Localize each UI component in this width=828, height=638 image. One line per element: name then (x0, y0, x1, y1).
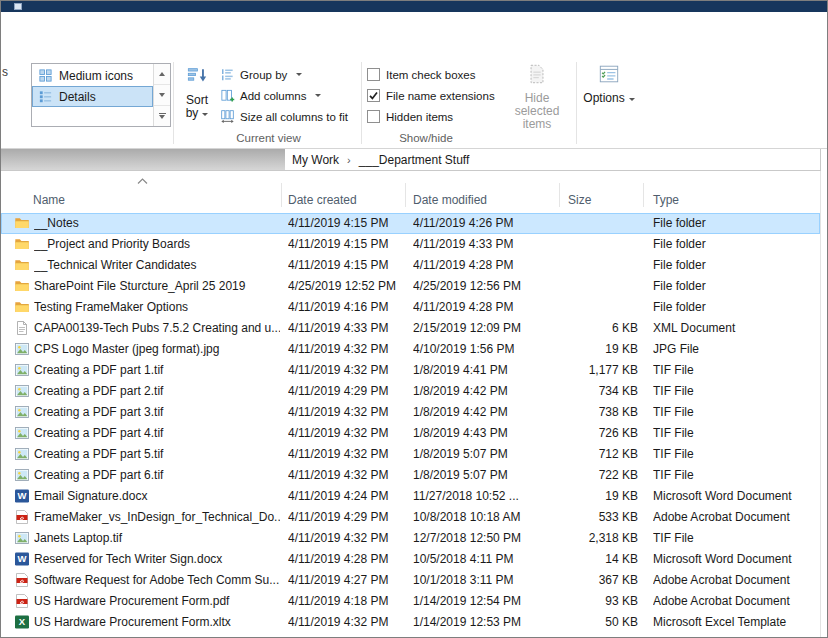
file-date-modified: 1/14/2019 12:53 PM (413, 612, 548, 633)
title-bar (1, 1, 827, 12)
options-label: Options (583, 92, 634, 105)
file-date-created: 4/11/2019 4:18 PM (288, 591, 408, 612)
checkbox-icon (367, 110, 380, 123)
options-icon (598, 63, 620, 85)
file-type: Adobe Acrobat Document (653, 507, 817, 528)
current-view-menu: Group by Add columns Size all columns to… (220, 64, 348, 127)
file-row[interactable]: US Hardware Procurement Form.pdf 4/11/20… (1, 591, 820, 612)
file-size: 19 KB (549, 339, 638, 360)
column-divider[interactable] (559, 183, 560, 207)
column-divider[interactable] (405, 183, 406, 207)
file-row[interactable]: FrameMaker_vs_InDesign_for_Technical_Do.… (1, 507, 820, 528)
hide-selected-label-line1: Hide selected (503, 92, 571, 118)
word-file-icon: W (14, 551, 30, 567)
add-columns-button[interactable]: Add columns (220, 85, 348, 106)
file-row[interactable]: __Technical Writer Candidates 4/11/2019 … (1, 255, 820, 276)
hide-selected-label-line2: items (523, 118, 552, 131)
file-name-extensions-checkbox[interactable]: File name extensions (367, 85, 495, 106)
file-row[interactable]: Creating a PDF part 2.tif 4/11/2019 4:29… (1, 381, 820, 402)
file-size: 1,177 KB (549, 360, 638, 381)
file-type: File folder (653, 297, 817, 318)
file-date-created: 4/11/2019 4:15 PM (288, 213, 408, 234)
file-row[interactable]: __Notes 4/11/2019 4:15 PM 4/11/2019 4:26… (1, 213, 820, 234)
file-date-modified: 4/11/2019 4:26 PM (413, 213, 548, 234)
file-type: TIF File (653, 465, 817, 486)
sort-by-button[interactable]: Sort by (176, 65, 218, 120)
file-row[interactable]: Testing FrameMaker Options 4/11/2019 4:1… (1, 297, 820, 318)
file-name: CPS Logo Master (jpeg format).jpg (34, 339, 280, 360)
file-row[interactable]: W Reserved for Tech Writer Sign.docx 4/1… (1, 549, 820, 570)
layout-details[interactable]: Details (32, 86, 153, 107)
size-all-columns-button[interactable]: Size all columns to fit (220, 106, 348, 127)
file-row[interactable]: Creating a PDF part 6.tif 4/11/2019 4:32… (1, 465, 820, 486)
file-date-created: 4/11/2019 4:33 PM (288, 318, 408, 339)
medium-icons-label: Medium icons (59, 69, 133, 83)
sort-by-icon (186, 65, 208, 87)
item-check-boxes-label: Item check boxes (386, 69, 475, 81)
file-name: __Technical Writer Candidates (34, 255, 280, 276)
file-type: Adobe Acrobat Document (653, 570, 817, 591)
details-label: Details (59, 90, 96, 104)
file-date-created: 4/11/2019 4:32 PM (288, 444, 408, 465)
gallery-more-button[interactable] (154, 106, 170, 126)
file-name: Reserved for Tech Writer Sign.docx (34, 549, 280, 570)
dropdown-arrow-icon (202, 113, 208, 116)
column-divider[interactable] (281, 183, 282, 207)
file-date-created: 4/11/2019 4:16 PM (288, 297, 408, 318)
pdf-file-icon (14, 509, 30, 525)
hidden-items-label: Hidden items (386, 111, 453, 123)
file-date-modified: 4/11/2019 4:33 PM (413, 234, 548, 255)
file-row[interactable]: W Email Signature.docx 4/11/2019 4:24 PM… (1, 486, 820, 507)
column-divider[interactable] (643, 183, 644, 207)
column-header-size[interactable]: Size (568, 193, 591, 207)
file-date-created: 4/11/2019 4:24 PM (288, 486, 408, 507)
file-name: Software Request for Adobe Tech Comm Su.… (34, 570, 280, 591)
breadcrumb-department-stuff[interactable]: ___Department Stuff (359, 153, 470, 167)
window-icon (14, 3, 22, 10)
file-name: Creating a PDF part 6.tif (34, 465, 280, 486)
gallery-scroll-down-button[interactable] (154, 85, 170, 106)
file-size: 14 KB (549, 549, 638, 570)
file-type: XML Document (653, 318, 817, 339)
file-row[interactable]: Janets Laptop.tif 4/11/2019 4:32 PM 12/7… (1, 528, 820, 549)
file-row[interactable]: Creating a PDF part 5.tif 4/11/2019 4:32… (1, 444, 820, 465)
file-date-created: 4/25/2019 12:52 PM (288, 276, 408, 297)
options-button[interactable]: Options (580, 63, 638, 105)
file-row[interactable]: SharePoint File Sturcture_April 25 2019 … (1, 276, 820, 297)
hide-selected-items-button[interactable]: Hide selected items (503, 63, 571, 131)
file-type: Microsoft Word Document (653, 549, 817, 570)
file-date-created: 4/11/2019 4:32 PM (288, 402, 408, 423)
file-date-created: 4/11/2019 4:15 PM (288, 234, 408, 255)
file-date-modified: 1/8/2019 5:07 PM (413, 444, 548, 465)
file-date-modified: 1/8/2019 4:43 PM (413, 423, 548, 444)
file-row[interactable]: Software Request for Adobe Tech Comm Su.… (1, 570, 820, 591)
breadcrumb-my-work[interactable]: My Work (292, 153, 339, 167)
image-file-icon (14, 404, 30, 420)
folder-file-icon (14, 278, 30, 294)
column-header-date-created[interactable]: Date created (288, 193, 357, 207)
file-row[interactable]: Creating a PDF part 3.tif 4/11/2019 4:32… (1, 402, 820, 423)
gallery-scroll-up-button[interactable] (154, 64, 170, 85)
file-size: 6 KB (549, 318, 638, 339)
column-header-type[interactable]: Type (653, 193, 679, 207)
file-row[interactable]: Creating a PDF part 1.tif 4/11/2019 4:32… (1, 360, 820, 381)
file-size: 19 KB (549, 486, 638, 507)
svg-text:X: X (19, 616, 26, 627)
file-row[interactable]: __Project and Priority Boards 4/11/2019 … (1, 234, 820, 255)
file-size: 93 KB (549, 591, 638, 612)
file-row[interactable]: CAPA00139-Tech Pubs 7.5.2 Creating and u… (1, 318, 820, 339)
item-check-boxes-checkbox[interactable]: Item check boxes (367, 64, 495, 85)
file-date-modified: 10/5/2018 4:11 PM (413, 549, 548, 570)
file-row[interactable]: CPS Logo Master (jpeg format).jpg 4/11/2… (1, 339, 820, 360)
file-row[interactable]: Creating a PDF part 4.tif 4/11/2019 4:32… (1, 423, 820, 444)
up-arrow-icon (159, 72, 165, 76)
file-row[interactable]: X US Hardware Procurement Form.xltx 4/11… (1, 612, 820, 633)
file-date-modified: 10/8/2018 10:18 AM (413, 507, 548, 528)
address-bar[interactable]: My Work › ___Department Stuff (1, 149, 821, 171)
group-by-button[interactable]: Group by (220, 64, 348, 85)
layout-medium-icons[interactable]: Medium icons (32, 65, 153, 86)
column-header-name[interactable]: Name (33, 193, 65, 207)
hidden-items-checkbox[interactable]: Hidden items (367, 106, 495, 127)
column-header-date-modified[interactable]: Date modified (413, 193, 487, 207)
file-date-created: 4/11/2019 4:32 PM (288, 465, 408, 486)
